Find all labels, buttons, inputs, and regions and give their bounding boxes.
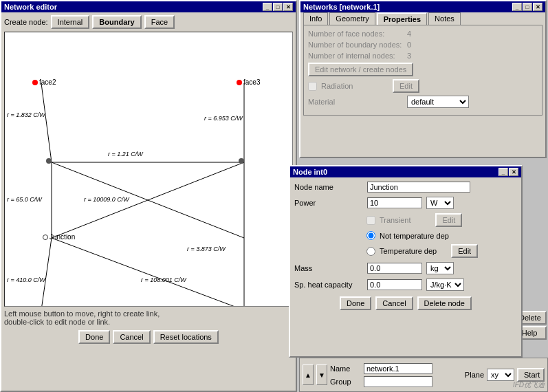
node-close-btn[interactable]: ✕: [509, 168, 518, 176]
node-junction[interactable]: Junction: [43, 233, 75, 241]
group-input[interactable]: [364, 376, 432, 387]
close-btn[interactable]: ✕: [283, 3, 293, 11]
link-label-2: r = 6.953 C/W: [204, 115, 243, 122]
canvas-area[interactable]: face2 face3 Junction face0 face1 r = 1.8…: [4, 32, 293, 307]
node-title: Node int0: [293, 168, 327, 176]
svg-line-0: [41, 83, 52, 162]
node-bottom-buttons: Done Cancel Delete node: [294, 296, 517, 310]
ne-reset-button[interactable]: Reset locations: [153, 330, 219, 344]
plane-select[interactable]: xy: [487, 369, 514, 381]
node-dot-face2: [32, 80, 38, 85]
networks-titlebar: Networks [network.1] _ □ ✕: [300, 1, 545, 12]
maximize-btn[interactable]: □: [273, 3, 283, 11]
mass-label: Mass: [294, 264, 363, 272]
create-node-label: Create node:: [4, 18, 48, 26]
tab-geometry[interactable]: Geometry: [329, 12, 375, 25]
tab-properties[interactable]: Properties: [377, 12, 427, 25]
start-button[interactable]: Start: [517, 368, 545, 382]
internal-button[interactable]: Internal: [51, 15, 90, 29]
name-row: Name: [330, 363, 455, 374]
boundary-button[interactable]: Boundary: [92, 15, 141, 29]
node-mid-right[interactable]: [239, 158, 244, 164]
face-nodes-label: Number of face nodes:: [308, 30, 404, 38]
sp-heat-input[interactable]: [367, 279, 422, 290]
ne-cancel-button[interactable]: Cancel: [113, 330, 150, 344]
ne-buttons: Done Cancel Reset locations: [1, 327, 296, 347]
temp-dep-radio[interactable]: [366, 247, 375, 256]
not-temp-dep-radio[interactable]: [366, 231, 375, 240]
temp-dep-row: Temperature dep Edit: [366, 244, 517, 258]
link-label-1: r = 1.832 C/W: [7, 111, 45, 118]
node-label-face2: face2: [39, 78, 56, 86]
group-label: Group: [330, 378, 361, 386]
internal-nodes-value: 3: [407, 52, 411, 60]
node-window: Node int0 _ ✕ Node name Power W Transien…: [289, 165, 523, 358]
name-label: Name: [330, 364, 361, 373]
node-face1[interactable]: face1: [237, 305, 260, 307]
group-row: Group: [330, 376, 455, 387]
node-label-face3: face3: [243, 78, 260, 86]
face-button[interactable]: Face: [144, 15, 175, 29]
node-dot-face1: [237, 307, 242, 307]
network-editor-title: Network editor: [4, 3, 57, 11]
radiation-label: Radiation: [321, 82, 376, 90]
node-face0[interactable]: face0: [32, 305, 56, 307]
tab-notes[interactable]: Notes: [428, 12, 461, 25]
nw-maximize-btn[interactable]: □: [523, 3, 532, 11]
material-label: Material: [308, 98, 404, 106]
radiation-edit-button[interactable]: Edit: [393, 79, 419, 93]
watermark: IFD优飞迪: [513, 380, 545, 390]
network-editor-titlebar: Network editor _ □ ✕: [1, 1, 296, 12]
internal-nodes-row: Number of internal nodes: 3: [308, 52, 538, 60]
minimize-btn[interactable]: _: [263, 3, 272, 11]
node-face2[interactable]: face2: [32, 78, 56, 86]
node-cancel-button[interactable]: Cancel: [375, 296, 413, 310]
node-delete-node-button[interactable]: Delete node: [417, 296, 472, 310]
node-done-button[interactable]: Done: [340, 296, 371, 310]
status-bar: Left mouse button to move, right to crea…: [4, 309, 293, 326]
transient-row: Transient Edit: [366, 213, 517, 227]
boundary-nodes-row: Number of boundary nodes: 0: [308, 41, 538, 49]
sp-heat-row: Sp. heat capacity J/kg·K: [294, 279, 517, 291]
power-row: Power W: [294, 197, 517, 209]
transient-edit-button[interactable]: Edit: [435, 213, 462, 227]
nw-minimize-btn[interactable]: _: [512, 3, 522, 11]
radiation-checkbox[interactable]: [308, 82, 317, 91]
node-name-input[interactable]: [367, 182, 470, 193]
face-nodes-value: 4: [407, 30, 411, 38]
nw-close-btn[interactable]: ✕: [533, 3, 542, 11]
node-name-label: Node name: [294, 183, 363, 191]
nav-down-btn[interactable]: ▼: [316, 364, 327, 385]
link-label-5: r = 10009.0 C/W: [84, 196, 129, 203]
status-text-line1: Left mouse button to move, right to crea…: [4, 309, 293, 318]
temp-dep-edit-button[interactable]: Edit: [451, 244, 478, 258]
link-label-7: r = 410.0 C/W: [7, 276, 45, 283]
face-nodes-row: Number of face nodes: 4: [308, 30, 538, 38]
mass-unit-select[interactable]: kg: [426, 262, 454, 274]
power-unit-select[interactable]: W: [426, 197, 454, 209]
power-input[interactable]: [367, 197, 422, 208]
node-dot-face0: [32, 307, 38, 307]
node-dot-face3: [237, 80, 242, 85]
not-temp-dep-row: Not temperature dep: [366, 231, 517, 240]
nav-up-btn[interactable]: ▲: [303, 364, 314, 385]
ne-done-button[interactable]: Done: [78, 330, 110, 344]
node-mid-left[interactable]: [46, 158, 52, 164]
power-label: Power: [294, 199, 363, 207]
link-label-9: r = 108.001 C/W: [141, 276, 186, 283]
link-label-3: r = 1.21 C/W: [108, 151, 143, 157]
node-minimize-btn[interactable]: _: [498, 168, 508, 176]
plane-label: Plane: [465, 371, 484, 379]
mass-input[interactable]: [367, 263, 422, 274]
name-input[interactable]: [364, 363, 432, 374]
tab-info[interactable]: Info: [303, 12, 328, 25]
sp-heat-unit-select[interactable]: J/kg·K: [426, 279, 464, 291]
edit-network-button[interactable]: Edit network / create nodes: [308, 63, 413, 76]
node-titlebar-buttons: _ ✕: [498, 168, 518, 176]
material-row: Material default: [308, 96, 538, 108]
network-editor-window: Network editor _ □ ✕ Create node: Intern…: [0, 0, 297, 392]
transient-checkbox[interactable]: [366, 216, 375, 225]
node-dot-junction: [43, 235, 48, 240]
material-select[interactable]: default: [407, 96, 469, 108]
node-face3[interactable]: face3: [237, 78, 260, 86]
